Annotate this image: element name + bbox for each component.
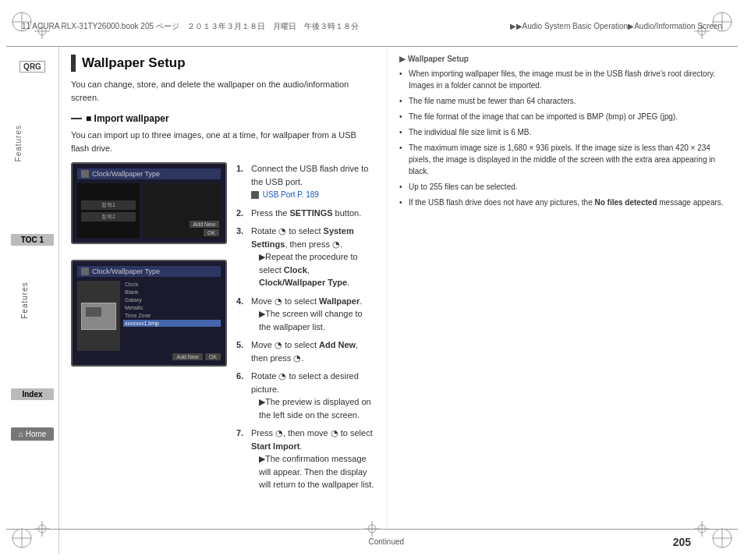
note-1: When importing wallpaper files, the imag… — [399, 68, 726, 91]
step5-num: 5. — [236, 338, 247, 364]
screen1-title: Clock/Wallpaper Type — [92, 170, 160, 178]
step1-content: Connect the USB flash drive to the USB p… — [251, 162, 375, 201]
note-3: The file format of the image that can be… — [399, 111, 726, 122]
sub-intro-text: You can import up to three images, one a… — [71, 129, 375, 154]
step3-num: 3. — [236, 225, 247, 289]
sidebar-toc: TOC 1 — [11, 234, 54, 246]
step4-num: 4. — [236, 295, 247, 334]
home-icon: ⌂ — [19, 430, 23, 438]
screen1-left-panel: 항목1 항목2 — [77, 183, 140, 238]
step4-content: Move ◔ to select Wallpaper. ▶The screen … — [251, 295, 375, 334]
screen2-icon — [81, 268, 89, 275]
steps-column: 1. Connect the USB flash drive to the US… — [236, 162, 375, 497]
sub-heading-text: ■ Import wallpaper — [86, 113, 169, 124]
screen2-title: Clock/Wallpaper Type — [92, 268, 160, 275]
step2-num: 2. — [236, 207, 247, 220]
screen1-body: 항목1 항목2 Add New OK — [77, 183, 221, 238]
screen1-right-panel: Add New OK — [143, 183, 221, 238]
heading-bar — [71, 55, 76, 72]
step6-content: Rotate ◔ to select a desired picture. ▶T… — [251, 370, 375, 421]
list-item-selected: xxxxxxx1.bmp — [123, 320, 221, 327]
step7-indent: ▶The confirmation message will appear. T… — [251, 452, 375, 491]
step3-indent: ▶Repeat the procedure to select Clock, C… — [251, 250, 375, 289]
screen1-title-bar: Clock/Wallpaper Type — [77, 168, 221, 179]
index-box[interactable]: Index — [11, 388, 54, 400]
sub-heading-bar — [71, 118, 82, 119]
sidebar-home: ⌂ Home — [11, 427, 54, 441]
toc-box[interactable]: TOC 1 — [11, 234, 54, 246]
note-6: Up to 255 files can be selected. — [399, 181, 726, 193]
features-vertical-label: Features — [14, 125, 23, 161]
list-item-timezone: Time Zone — [123, 312, 221, 319]
note-2: The file name must be fewer than 64 char… — [399, 95, 726, 107]
screen1-icon — [81, 170, 89, 178]
screen2-list: Clock Blank Galaxy Metallic Time Zone xx… — [123, 281, 221, 351]
footer: Continued 205 — [6, 529, 738, 554]
screen1-item1: 항목1 — [81, 200, 136, 210]
step4-indent: ▶The screen will change to the wallpaper… — [251, 307, 375, 333]
sidebar-qrg: QRG — [11, 53, 54, 73]
notes-arrow-icon: ▶ — [399, 55, 406, 63]
note-7: If the USB flash drive does not have any… — [399, 197, 726, 208]
notes-heading: ▶ Wallpaper Setup — [399, 55, 726, 63]
usb-icon — [251, 191, 259, 199]
step5-content: Move ◔ to select Add New, then press ◔. — [251, 338, 375, 364]
notes-list: When importing wallpaper files, the imag… — [399, 68, 726, 208]
note-4: The individual file size limit is 6 MB. — [399, 126, 726, 138]
screen2-add-new-btn: Add New — [172, 353, 202, 360]
screen1-item2: 항목2 — [81, 212, 136, 222]
home-button[interactable]: ⌂ Home — [11, 427, 54, 441]
step3-content: Rotate ◔ to select System Settings, then… — [251, 225, 375, 289]
screen2-thumbnail — [77, 281, 120, 351]
step1-num: 1. — [236, 162, 247, 201]
screen-1: Clock/Wallpaper Type 항목1 항목2 Add New OK — [71, 162, 227, 244]
header-file-text: 11 ACURA RLX-31TY26000.book 205 ページ ２０１３… — [22, 21, 359, 32]
note-5: The maximum image size is 1,680 × 936 pi… — [399, 142, 726, 177]
notes-heading-text: Wallpaper Setup — [408, 55, 469, 63]
usb-port-link[interactable]: USB Port P. 189 — [251, 190, 319, 199]
sidebar-index: Index — [11, 388, 54, 400]
step-7: 7. Press ◔, then move ◔ to select Start … — [236, 427, 375, 491]
sub-heading: ■ Import wallpaper — [71, 113, 375, 124]
step6-indent: ▶The preview is displayed on the left si… — [251, 395, 375, 421]
step-5: 5. Move ◔ to select Add New, then press … — [236, 338, 375, 364]
step7-num: 7. — [236, 427, 247, 491]
header-file-info: 11 ACURA RLX-31TY26000.book 205 ページ ２０１３… — [22, 21, 359, 32]
intro-text: You can change, store, and delete the wa… — [71, 78, 375, 104]
steps-list: 1. Connect the USB flash drive to the US… — [236, 162, 375, 491]
footer-continued: Continued — [100, 537, 673, 546]
main-content: Wallpaper Setup You can change, store, a… — [59, 47, 738, 529]
usb-link-text: USB Port P. 189 — [263, 190, 319, 199]
screen2-ok-btn: OK — [205, 353, 221, 360]
step-4: 4. Move ◔ to select Wallpaper. ▶The scre… — [236, 295, 375, 334]
list-item-blank: Blank — [123, 289, 221, 296]
screen2-bottom: Add New OK — [77, 353, 221, 360]
features-label: Features — [20, 282, 29, 318]
step-1: 1. Connect the USB flash drive to the US… — [236, 162, 375, 201]
step-6: 6. Rotate ◔ to select a desired picture.… — [236, 370, 375, 421]
screen-2: Clock/Wallpaper Type Clock Blank Galaxy … — [71, 260, 227, 367]
screen-column: Clock/Wallpaper Type 항목1 항목2 Add New OK — [71, 162, 227, 497]
screen1-ok-btn: OK — [204, 229, 219, 236]
thumbnail-image — [81, 303, 116, 330]
step7-content: Press ◔, then move ◔ to select Start Imp… — [251, 427, 375, 491]
two-col-layout: Clock/Wallpaper Type 항목1 항목2 Add New OK — [71, 162, 375, 497]
sidebar: Features — [6, 47, 59, 554]
qrg-box[interactable]: QRG — [19, 61, 45, 73]
breadcrumb: ▶▶Audio System Basic Operation▶Audio/Inf… — [510, 22, 722, 30]
header: 11 ACURA RLX-31TY26000.book 205 ページ ２０１３… — [6, 6, 738, 47]
content-left: Wallpaper Setup You can change, store, a… — [59, 47, 387, 529]
section-title: Wallpaper Setup — [82, 55, 186, 71]
list-item-metallic: Metallic — [123, 304, 221, 311]
content-right: ▶ Wallpaper Setup When importing wallpap… — [387, 47, 738, 529]
screen2-body: Clock Blank Galaxy Metallic Time Zone xx… — [77, 281, 221, 351]
screen1-add-new-btn: Add New — [190, 221, 219, 228]
step-3: 3. Rotate ◔ to select System Settings, t… — [236, 225, 375, 289]
list-item-galaxy: Galaxy — [123, 296, 221, 303]
step-2: 2. Press the SETTINGS button. — [236, 207, 375, 220]
step2-content: Press the SETTINGS button. — [251, 207, 375, 220]
section-heading: Wallpaper Setup — [71, 55, 375, 72]
step6-num: 6. — [236, 370, 247, 421]
page-number: 205 — [673, 536, 691, 548]
screen2-title-bar: Clock/Wallpaper Type — [77, 266, 221, 277]
